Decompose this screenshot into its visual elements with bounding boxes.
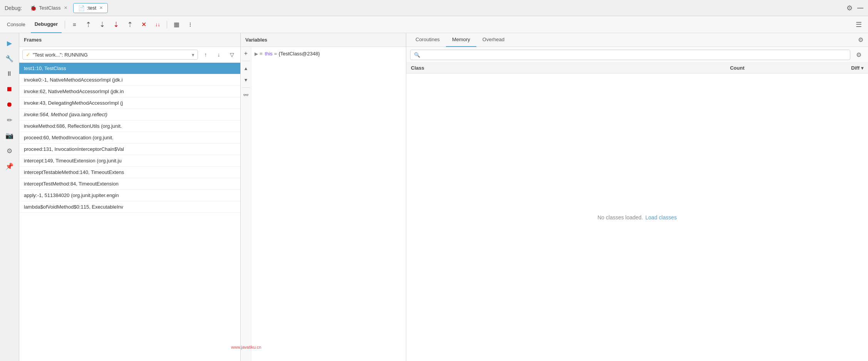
force-step-button[interactable]: ✕ — [137, 19, 150, 30]
frame-item[interactable]: proceed:60, MethodInvocation (org.junit. — [19, 132, 240, 144]
main-layout: ▶ 🔧 ⏸ ⏹ ⏺ ✏ 📷 ⚙ 📌 Frames ✓ "Test work...… — [0, 33, 868, 361]
sidebar-pin-icon[interactable]: 📌 — [3, 159, 17, 173]
sidebar-camera-icon[interactable]: 📷 — [3, 129, 17, 142]
var-copy-button[interactable]: 👓 — [241, 90, 251, 100]
sidebar-record-icon[interactable]: ⏺ — [3, 98, 17, 112]
tab-testclass-close[interactable]: ✕ — [64, 5, 67, 10]
debugger-label[interactable]: Debugger — [31, 16, 62, 33]
frame-item[interactable]: invoke:62, NativeMethodAccessorImpl (jdk… — [19, 86, 240, 97]
variable-list: + ▲ ▼ 👓 ▶ ≡ this = {TestClass@2348} — [241, 47, 406, 361]
frame-item[interactable]: test1:10, TestClass — [19, 63, 240, 74]
menu-button[interactable]: ≡ — [68, 19, 80, 30]
frame-controls: ✓ "Test work...": RUNNING ▾ ↑ ↓ ▽ — [19, 47, 240, 63]
memory-search-bar: 🔍 ⚙ — [406, 47, 868, 63]
step-over-button[interactable]: ⇡ — [82, 19, 94, 30]
variables-panel: Variables + ▲ ▼ 👓 ▶ ≡ this = {TestClass@… — [241, 33, 406, 361]
var-divider2 — [242, 87, 250, 88]
var-scroll-up-button[interactable]: ▲ — [241, 64, 251, 74]
col-diff-label: Diff — [851, 65, 860, 71]
sidebar-wrench-icon[interactable]: 🔧 — [3, 52, 17, 65]
load-classes-link[interactable]: Load classes — [645, 214, 677, 221]
frames-panel: Frames ✓ "Test work...": RUNNING ▾ ↑ ↓ ▽… — [19, 33, 241, 361]
step-up-button[interactable]: ⇡ — [124, 19, 136, 30]
var-this-row[interactable]: ▶ ≡ this = {TestClass@2348} — [251, 49, 406, 58]
frame-item[interactable]: invoke:43, DelegatingMethodAccessorImpl … — [19, 97, 240, 109]
step-out-button[interactable]: ⇣ — [110, 19, 122, 30]
frames-title: Frames — [24, 37, 42, 43]
toolbar-separator-1 — [65, 21, 65, 28]
col-diff-header[interactable]: Diff ▾ — [752, 65, 863, 71]
tab-test[interactable]: 📄 :test ✕ — [73, 3, 108, 13]
col-diff-sort-icon: ▾ — [861, 65, 863, 71]
memory-panel: Coroutines Memory Overhead ⚙ 🔍 ⚙ Class — [406, 33, 868, 361]
toolbar-settings-button[interactable]: ☰ — [853, 19, 865, 30]
col-count-header: Count — [633, 65, 752, 71]
sidebar-stop-icon[interactable]: ⏹ — [3, 82, 17, 96]
evaluate-button[interactable]: ▦ — [170, 19, 183, 30]
search-icon: 🔍 — [414, 52, 420, 58]
var-scroll-down-button[interactable]: ▼ — [241, 75, 251, 85]
settings-icon[interactable]: ⚙ — [846, 4, 853, 12]
col-class-label: Class — [411, 65, 424, 71]
tab-memory[interactable]: Memory — [446, 33, 476, 47]
var-equals: = — [274, 51, 277, 57]
col-class-header: Class — [411, 65, 633, 71]
frame-down-button[interactable]: ↓ — [213, 49, 224, 60]
frame-item[interactable]: proceed:131, InvocationInterceptorChain$… — [19, 144, 240, 155]
memory-search-input[interactable] — [410, 50, 850, 60]
frame-item[interactable]: invokeMethod:686, ReflectionUtils (org.j… — [19, 120, 240, 132]
toolbar-right: ☰ — [853, 19, 865, 30]
step-into-button[interactable]: ⇣ — [96, 19, 108, 30]
frame-list: test1:10, TestClass invoke0:-1, NativeMe… — [19, 63, 240, 361]
frame-dropdown[interactable]: ✓ "Test work...": RUNNING ▾ — [22, 50, 198, 60]
frame-item[interactable]: interceptTestableMethod:140, TimeoutExte… — [19, 167, 240, 178]
var-name: this — [265, 51, 273, 57]
tab-testclass-label: TestClass — [39, 5, 60, 11]
run-cursor-button[interactable]: ↓↓ — [151, 19, 164, 30]
frames-header: Frames — [19, 33, 240, 47]
var-scroll-controls: + ▲ ▼ 👓 — [241, 47, 251, 361]
tab-test-label: :test — [87, 5, 97, 11]
sidebar-edit-icon[interactable]: ✏ — [3, 113, 17, 127]
frame-item[interactable]: invoke0:-1, NativeMethodAccessorImpl (jd… — [19, 74, 240, 86]
dropdown-arrow-icon: ▾ — [192, 52, 194, 58]
frame-up-button[interactable]: ↑ — [200, 49, 211, 60]
tab-memory-label: Memory — [452, 37, 470, 42]
memory-search-settings-button[interactable]: ⚙ — [853, 49, 864, 60]
tab-overhead[interactable]: Overhead — [476, 33, 511, 47]
var-add-button[interactable]: + — [241, 48, 251, 58]
console-label[interactable]: Console — [3, 16, 29, 33]
tab-testclass[interactable]: 🐞 TestClass ✕ — [25, 3, 72, 13]
tab-test-icon: 📄 — [78, 5, 85, 11]
tab-test-close[interactable]: ✕ — [99, 5, 103, 10]
debug-label: Debug: — [5, 5, 22, 11]
memory-tabs: Coroutines Memory Overhead ⚙ — [406, 33, 868, 47]
sidebar-settings-icon[interactable]: ⚙ — [3, 144, 17, 158]
tab-testclass-icon: 🐞 — [30, 5, 37, 11]
frame-item[interactable]: intercept:149, TimeoutExtension (org.jun… — [19, 155, 240, 167]
col-count-label: Count — [730, 65, 745, 71]
frame-dropdown-label: "Test work...": RUNNING — [33, 52, 88, 58]
frame-item[interactable]: apply:-1, 511384020 (org.junit.jupiter.e… — [19, 190, 240, 201]
minimize-icon[interactable]: — — [857, 5, 863, 12]
trace-button[interactable]: ⫶ — [184, 19, 196, 30]
tab-coroutines-label: Coroutines — [416, 37, 440, 42]
frame-filter-button[interactable]: ▽ — [226, 49, 237, 60]
frame-item[interactable]: interceptTestMethod:84, TimeoutExtension — [19, 178, 240, 190]
no-classes-text: No classes loaded. — [597, 214, 643, 221]
variables-title: Variables — [245, 37, 267, 43]
variables-header: Variables — [241, 33, 406, 47]
frame-item[interactable]: invoke:564, Method (java.lang.reflect) — [19, 109, 240, 120]
var-type-icon: ≡ — [260, 51, 263, 57]
tab-coroutines[interactable]: Coroutines — [409, 33, 446, 47]
memory-table-header: Class Count Diff ▾ — [406, 63, 868, 74]
memory-tab-settings-icon[interactable]: ⚙ — [856, 35, 865, 45]
sidebar-resume-icon[interactable]: ▶ — [3, 36, 17, 50]
left-sidebar: ▶ 🔧 ⏸ ⏹ ⏺ ✏ 📷 ⚙ 📌 — [0, 33, 19, 361]
var-expand-icon: ▶ — [255, 51, 258, 57]
sidebar-pause-icon[interactable]: ⏸ — [3, 67, 17, 81]
var-divider — [242, 61, 250, 61]
frame-item[interactable]: lambda$ofVoidMethod$0:115, ExecutableInv — [19, 201, 240, 213]
search-wrapper: 🔍 — [410, 50, 850, 60]
tab-overhead-label: Overhead — [483, 37, 504, 42]
